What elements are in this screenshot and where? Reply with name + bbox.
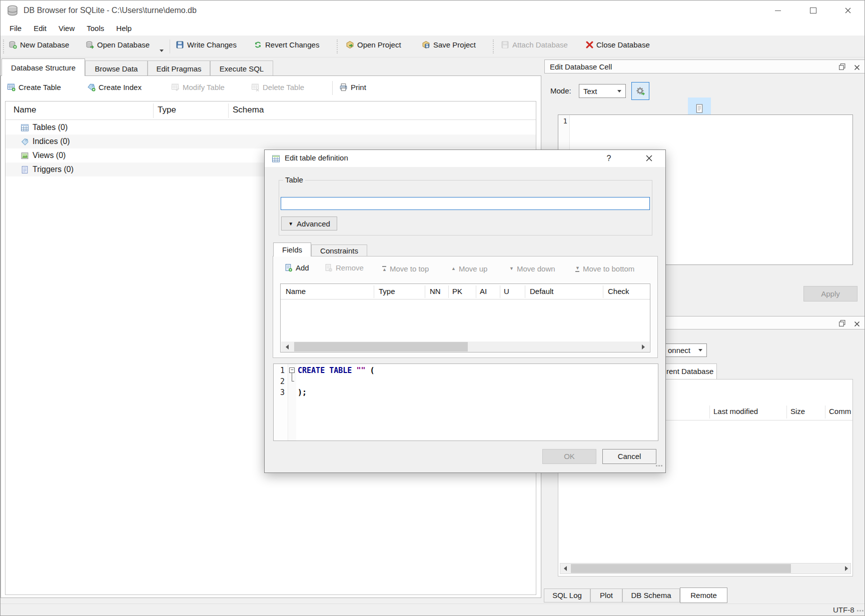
column-divider[interactable] xyxy=(425,286,425,298)
dock-float-button[interactable] xyxy=(838,63,846,72)
dock-float-button[interactable] xyxy=(838,320,846,328)
tab-execute-sql[interactable]: Execute SQL xyxy=(210,60,273,76)
column-last-modified[interactable]: Last modified xyxy=(713,407,758,416)
open-database-button[interactable]: Open Database xyxy=(86,40,150,49)
create-table-button[interactable]: Create Table xyxy=(7,83,61,92)
write-changes-button[interactable]: Write Changes xyxy=(176,40,237,49)
menu-help[interactable]: Help xyxy=(110,24,138,32)
dock-close-button[interactable] xyxy=(854,64,860,72)
tab-database-structure[interactable]: Database Structure xyxy=(2,58,85,76)
menu-tools[interactable]: Tools xyxy=(81,24,110,32)
move-up-button[interactable]: ▲ Move up xyxy=(451,264,487,273)
column-commit-clipped[interactable]: Comm xyxy=(829,407,851,416)
create-index-button[interactable]: Create Index xyxy=(87,83,142,92)
remote-table-hscrollbar[interactable] xyxy=(560,563,851,574)
scroll-left-button[interactable] xyxy=(282,342,292,352)
dialog-resize-grip[interactable] xyxy=(656,465,662,466)
mode-value: Text xyxy=(583,87,597,96)
save-project-button[interactable]: Save Project xyxy=(422,40,476,49)
minimize-icon xyxy=(775,10,781,11)
tables-icon xyxy=(21,124,29,132)
column-divider[interactable] xyxy=(448,286,449,298)
tab-edit-pragmas[interactable]: Edit Pragmas xyxy=(148,60,210,76)
tab-sql-log[interactable]: SQL Log xyxy=(544,588,590,602)
tree-column-name[interactable]: Name xyxy=(14,105,36,115)
advanced-toggle-button[interactable]: ▼ Advanced xyxy=(281,216,337,230)
column-divider[interactable] xyxy=(374,286,374,298)
close-database-button[interactable]: Close Database xyxy=(586,40,650,49)
move-to-bottom-button[interactable]: ▼ Move to bottom xyxy=(575,264,634,273)
column-divider[interactable] xyxy=(709,406,710,418)
move-to-top-button[interactable]: ▲ Move to top xyxy=(382,264,429,273)
new-database-button[interactable]: New Database xyxy=(9,40,69,49)
dialog-help-button[interactable]: ? xyxy=(597,150,621,166)
column-divider[interactable] xyxy=(476,286,476,298)
scroll-left-button[interactable] xyxy=(560,564,570,574)
import-export-settings-button[interactable] xyxy=(631,82,649,100)
tab-fields[interactable]: Fields xyxy=(273,242,311,256)
grid-column-pk[interactable]: PK xyxy=(452,287,462,296)
mode-select[interactable]: Text xyxy=(579,84,626,98)
dialog-close-button[interactable] xyxy=(636,150,662,166)
column-divider[interactable] xyxy=(500,286,500,298)
tab-remote[interactable]: Remote xyxy=(680,588,727,603)
menu-edit[interactable]: Edit xyxy=(28,24,53,32)
column-divider[interactable] xyxy=(153,104,154,118)
fold-collapse-icon[interactable]: − xyxy=(289,368,295,373)
open-project-button[interactable]: Open Project xyxy=(346,40,401,49)
scrollbar-thumb[interactable] xyxy=(294,342,468,352)
column-divider[interactable] xyxy=(786,406,787,418)
tree-row-indices[interactable]: Indices (0) xyxy=(6,134,536,148)
move-down-button[interactable]: ▼ Move down xyxy=(509,264,555,273)
open-database-dropdown-arrow[interactable] xyxy=(160,50,164,52)
grid-column-nn[interactable]: NN xyxy=(430,287,441,296)
tab-db-schema[interactable]: DB Schema xyxy=(622,588,680,602)
menu-file[interactable]: File xyxy=(4,24,28,32)
dock-close-button[interactable] xyxy=(854,320,860,328)
table-name-input[interactable] xyxy=(281,197,650,210)
delete-table-button[interactable]: Delete Table xyxy=(251,83,304,92)
column-divider[interactable] xyxy=(228,104,229,118)
menu-view[interactable]: View xyxy=(53,24,81,32)
scroll-right-button[interactable] xyxy=(638,342,648,352)
minimize-button[interactable] xyxy=(765,0,791,20)
modify-table-label: Modify Table xyxy=(183,83,225,92)
close-database-label: Close Database xyxy=(596,40,650,49)
close-icon xyxy=(854,64,860,70)
column-size[interactable]: Size xyxy=(790,407,805,416)
menubar: File Edit View Tools Help xyxy=(1,20,865,36)
ok-button[interactable]: OK xyxy=(542,449,596,464)
grid-column-default[interactable]: Default xyxy=(530,287,554,296)
close-window-button[interactable] xyxy=(835,0,861,20)
scrollbar-thumb[interactable] xyxy=(571,564,791,573)
maximize-button[interactable] xyxy=(800,0,826,20)
add-field-button[interactable]: Add xyxy=(284,264,309,272)
tree-column-type[interactable]: Type xyxy=(158,105,176,115)
encoding-indicator[interactable]: UTF-8 xyxy=(833,606,854,614)
structure-toolbar-separator xyxy=(332,81,333,95)
grid-column-name[interactable]: Name xyxy=(286,287,306,296)
remove-field-button[interactable]: Remove xyxy=(324,264,364,272)
tab-plot[interactable]: Plot xyxy=(590,588,622,602)
grid-column-ai[interactable]: AI xyxy=(480,287,487,296)
apply-button[interactable]: Apply xyxy=(803,286,857,302)
fields-grid-hscrollbar[interactable] xyxy=(281,342,649,352)
window-resize-grip[interactable] xyxy=(857,610,863,612)
grid-column-u[interactable]: U xyxy=(504,287,509,296)
column-divider[interactable] xyxy=(525,286,525,298)
tab-constraints[interactable]: Constraints xyxy=(311,244,367,256)
tree-row-tables[interactable]: Tables (0) xyxy=(6,120,536,134)
tab-browse-data[interactable]: Browse Data xyxy=(85,60,148,76)
scroll-right-button[interactable] xyxy=(841,564,851,574)
attach-database-button[interactable]: Attach Database xyxy=(501,40,568,49)
modify-table-button[interactable]: Modify Table xyxy=(171,83,225,92)
tree-column-schema[interactable]: Schema xyxy=(233,105,264,115)
print-button[interactable]: Print xyxy=(339,83,366,92)
revert-changes-button[interactable]: Revert Changes xyxy=(254,40,319,49)
grid-column-check[interactable]: Check xyxy=(608,287,629,296)
column-divider[interactable] xyxy=(603,286,603,298)
column-divider[interactable] xyxy=(825,406,825,418)
modify-table-icon xyxy=(171,83,180,92)
grid-column-type[interactable]: Type xyxy=(379,287,395,296)
cancel-button[interactable]: Cancel xyxy=(602,449,656,464)
